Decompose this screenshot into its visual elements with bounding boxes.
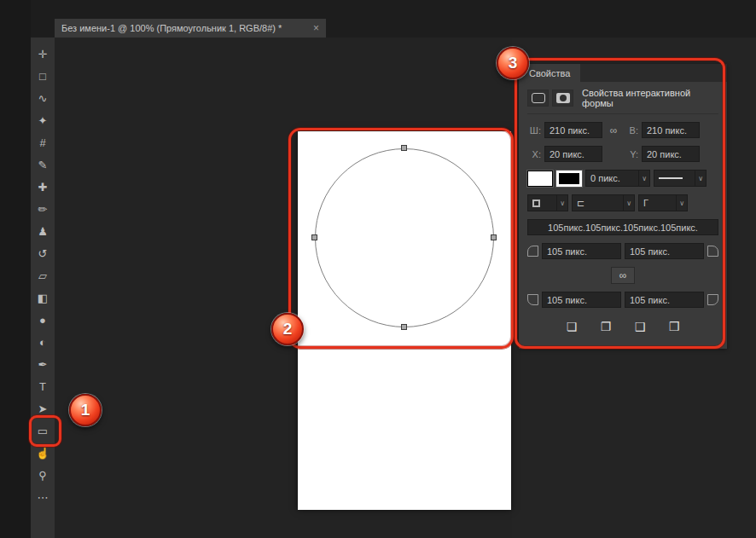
fill-stroke-row: 0 пикс. ∨ ∨ <box>527 170 718 187</box>
fill-color-swatch[interactable] <box>527 171 553 187</box>
crop-tool[interactable]: # <box>32 131 54 153</box>
corner-bottom-left-field[interactable] <box>542 292 621 308</box>
move-tool[interactable]: ✛ <box>32 43 54 65</box>
corner-summary-row <box>527 219 718 235</box>
quick-selection-tool[interactable]: ✦ <box>32 109 54 131</box>
width-label: Ш: <box>527 125 541 136</box>
brush-tool[interactable]: ✏ <box>32 198 54 220</box>
path-selection-tool[interactable]: ➤ <box>32 397 54 419</box>
annotation-badge-2: 2 <box>271 313 304 345</box>
live-shape-icon <box>532 93 545 103</box>
type-tool[interactable]: T <box>32 375 54 397</box>
y-field[interactable] <box>642 146 700 162</box>
corner-bottom-left-icon <box>527 294 538 305</box>
zoom-icon: ⚲ <box>38 470 47 481</box>
lasso-icon: ∿ <box>38 93 48 104</box>
combine-shapes-icon: ❏ <box>567 320 578 333</box>
blur-icon: ● <box>39 315 46 326</box>
dodge-tool[interactable]: ◐ <box>32 331 54 353</box>
intersect-shapes-icon: ❑ <box>635 320 646 333</box>
link-dimensions-icon[interactable]: ∞ <box>606 124 621 136</box>
history-brush-tool[interactable]: ↺ <box>32 242 54 264</box>
tab-close-icon[interactable]: × <box>313 22 319 34</box>
corner-bottom-right-icon <box>707 294 718 305</box>
panel-body: Свойства интерактивной формы Ш: ∞ В: X: … <box>519 82 727 342</box>
stroke-width-select[interactable]: 0 пикс. ∨ <box>585 170 650 187</box>
corner-top-left-icon <box>527 246 538 257</box>
corner-top-left-field[interactable] <box>542 243 621 259</box>
move-icon: ✛ <box>38 49 48 60</box>
rectangle-tool[interactable]: ▭ <box>32 419 54 442</box>
intersect-shapes-button[interactable]: ❑ <box>630 318 650 335</box>
panel-title: Свойства интерактивной формы <box>582 88 718 108</box>
type-icon: T <box>39 381 46 392</box>
y-label: Y: <box>625 149 638 159</box>
clone-stamp-tool[interactable]: ♟ <box>32 220 54 242</box>
height-label: В: <box>625 125 638 136</box>
x-field[interactable] <box>544 146 602 162</box>
stroke-color-swatch[interactable] <box>556 171 582 187</box>
rectangular-marquee-tool[interactable]: □ <box>32 65 54 87</box>
stroke-caps-select[interactable]: ⊏ ∨ <box>572 194 635 211</box>
crop-icon: # <box>39 137 45 148</box>
masks-button[interactable] <box>552 90 573 107</box>
panel-header-row: Свойства интерактивной формы <box>527 88 718 114</box>
exclude-shapes-button[interactable]: ❒ <box>664 318 684 335</box>
left-edge-strip <box>0 0 31 538</box>
live-shape-properties-button[interactable] <box>527 90 549 107</box>
link-corner-radii-button[interactable]: ∞ <box>611 267 635 284</box>
history-brush-icon: ↺ <box>38 248 48 259</box>
corner-bottom-right-field[interactable] <box>625 292 704 308</box>
path-selection-icon: ➤ <box>38 403 48 414</box>
blur-tool[interactable]: ● <box>32 309 54 331</box>
hand-tool[interactable]: ☝ <box>32 442 54 464</box>
ellipse-shape[interactable] <box>315 148 494 327</box>
stroke-corners-icon: Г <box>643 199 648 208</box>
rectangle-icon: ▭ <box>38 425 48 437</box>
pathfinder-row: ❏ ❐ ❑ ❒ <box>527 318 718 335</box>
corner-top-row <box>527 243 718 259</box>
document-tab-title: Без имени-1 @ 100% (Прямоугольник 1, RGB… <box>61 23 282 33</box>
photoshop-window: Без имени-1 @ 100% (Прямоугольник 1, RGB… <box>0 0 756 538</box>
eraser-tool[interactable]: ▱ <box>32 264 54 286</box>
eyedropper-icon: ✎ <box>38 159 48 171</box>
document-tab[interactable]: Без имени-1 @ 100% (Прямоугольник 1, RGB… <box>55 19 326 38</box>
transform-handle-top[interactable] <box>401 145 407 151</box>
pen-icon: ✒ <box>38 359 48 370</box>
lasso-tool[interactable]: ∿ <box>32 87 54 109</box>
stroke-align-select[interactable]: ∨ <box>527 194 568 211</box>
width-field[interactable] <box>544 122 602 138</box>
properties-panel: Свойства Свойства интерактивной формы Ш:… <box>519 64 727 349</box>
gradient-tool[interactable]: ◧ <box>32 286 54 309</box>
healing-brush-tool[interactable]: ✚ <box>32 176 54 198</box>
pen-tool[interactable]: ✒ <box>32 353 54 375</box>
dodge-icon: ◐ <box>39 337 46 348</box>
subtract-front-shape-button[interactable]: ❐ <box>596 318 616 335</box>
transform-handle-right[interactable] <box>491 234 497 240</box>
stroke-type-preview <box>659 177 683 179</box>
transform-handle-bottom[interactable] <box>401 324 407 330</box>
eraser-icon: ▱ <box>38 270 47 281</box>
height-field[interactable] <box>642 122 700 138</box>
eyedropper-tool[interactable]: ✎ <box>32 153 54 176</box>
annotation-badge-3: 3 <box>497 47 529 79</box>
mask-icon <box>556 93 570 103</box>
stroke-caps-icon: ⊏ <box>577 199 584 208</box>
chevron-down-icon: ∨ <box>695 171 706 186</box>
zoom-tool[interactable]: ⚲ <box>32 464 54 486</box>
combine-shapes-button[interactable]: ❏ <box>561 318 582 335</box>
stroke-corners-select[interactable]: Г ∨ <box>638 194 688 211</box>
size-row: Ш: ∞ В: <box>527 122 718 138</box>
stroke-width-value: 0 пикс. <box>590 173 620 183</box>
chevron-down-icon: ∨ <box>676 195 687 211</box>
more-tools-button[interactable]: ⋯ <box>32 486 54 508</box>
chevron-down-icon: ∨ <box>623 195 634 211</box>
corner-radius-summary-field[interactable] <box>527 219 718 235</box>
ellipsis-icon: ⋯ <box>38 492 49 503</box>
corner-bottom-row <box>527 292 718 308</box>
stroke-type-select[interactable]: ∨ <box>654 170 707 187</box>
chevron-down-icon: ∨ <box>556 195 567 211</box>
corner-top-right-field[interactable] <box>625 243 704 259</box>
transform-handle-left[interactable] <box>311 234 317 240</box>
corner-link-row: ∞ <box>527 267 718 284</box>
